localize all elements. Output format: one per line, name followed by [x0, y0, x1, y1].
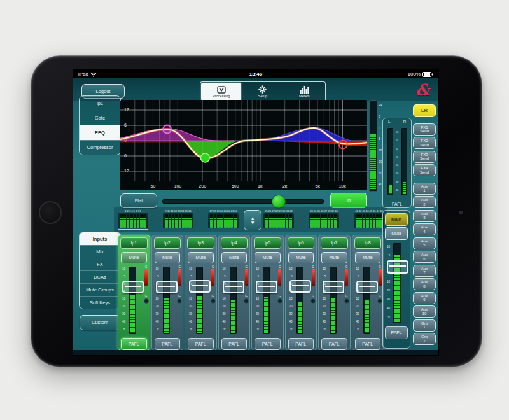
mute-button[interactable]: Mute	[254, 252, 281, 263]
pafl-button[interactable]: PAFL	[221, 338, 248, 350]
meter-bank-scroll-button[interactable]: ▲ ▼	[244, 210, 261, 230]
channel-name-button[interactable]: Ip2	[154, 237, 181, 249]
channel-name-button[interactable]: Ip1	[120, 237, 148, 249]
tab-meters[interactable]: Meters	[284, 83, 324, 101]
meter-bridge-group[interactable]: 17 18 19 20 21 22 23 24	[208, 209, 239, 230]
channel-name-button[interactable]: Ip5	[254, 237, 281, 249]
sidebar-item[interactable]: FX	[80, 258, 120, 270]
fader-track[interactable]	[363, 267, 370, 334]
sidebar-item[interactable]: PEQ	[80, 125, 120, 140]
fader-zone: 10 5 0 5 10 20 30 40 ∞ C G	[319, 265, 350, 334]
comp-label: C	[145, 265, 147, 269]
meter-bridge-group[interactable]: 41 42 43 44 45 46 47 48	[354, 209, 384, 230]
mix-select-button[interactable]: Aux 5	[413, 237, 436, 249]
pafl-button[interactable]: PAFL	[121, 338, 147, 350]
mix-select-button[interactable]: Aux 8	[413, 278, 436, 290]
mix-select-button[interactable]: FX2 Send	[413, 137, 436, 149]
main-fader-track[interactable]	[393, 243, 401, 323]
channel-name-button[interactable]: Ip3	[187, 237, 214, 249]
pafl-button[interactable]: PAFL	[188, 338, 214, 350]
fader-zone: 10 5 0 5 10 20 30 40 ∞ C G	[152, 265, 183, 334]
channel-name-button[interactable]: Ip4	[221, 237, 248, 249]
mute-button[interactable]: Mute	[155, 252, 181, 263]
gate-label: G	[344, 295, 349, 298]
meter-bridge-group[interactable]: 33 34 35 36 37 38 39 40	[309, 209, 339, 230]
mute-button[interactable]: Mute	[355, 252, 381, 263]
mix-select-button[interactable]: FX1 Send	[413, 123, 436, 136]
sidebar-item[interactable]: Compressor	[80, 140, 120, 155]
flat-button[interactable]: Flat	[120, 193, 157, 208]
mix-select-button[interactable]: Aux 7	[413, 265, 436, 277]
main-mute-button[interactable]: Mute	[385, 227, 408, 240]
sidebar-item[interactable]: Inputs	[80, 232, 120, 245]
fader-handle[interactable]	[323, 281, 344, 293]
mix-select-button[interactable]: Aux 6	[413, 251, 436, 263]
channel-strips: Ip1 Mute 10 5 0 5 10 20 30 40 ∞ C	[118, 235, 384, 351]
mix-select-button[interactable]: Aux 2	[413, 196, 436, 208]
mute-button[interactable]: Mute	[221, 252, 248, 263]
mute-button[interactable]: Mute	[188, 252, 214, 263]
home-button[interactable]	[39, 201, 62, 224]
custom-button[interactable]: Custom	[80, 315, 120, 330]
gain-slider[interactable]	[162, 199, 324, 204]
channel-strip: Ip8 Mute 10 5 0 5 10 20 30 40 ∞ C	[352, 235, 384, 351]
pafl-button[interactable]: PAFL	[355, 338, 381, 350]
mix-select-button[interactable]: FX4 Send	[413, 164, 436, 176]
fader-track[interactable]	[296, 267, 303, 334]
sidebar-item[interactable]: Mix	[80, 245, 120, 258]
fader-track[interactable]	[129, 267, 136, 334]
mix-select-button[interactable]: Aux 4	[413, 223, 436, 235]
sidebar-item[interactable]: Soft Keys	[80, 296, 120, 309]
pafl-button[interactable]: PAFL	[321, 338, 347, 350]
sidebar-item[interactable]: Ip1	[80, 96, 120, 111]
meter-bridge-group[interactable]: 9 10 11 12 13 14 15 16	[163, 209, 193, 230]
peq-in-button[interactable]: In	[330, 193, 367, 208]
fader-handle[interactable]	[256, 281, 277, 293]
main-fader-handle[interactable]	[387, 260, 408, 274]
main-select-button[interactable]: Main	[385, 213, 408, 226]
mix-select-button[interactable]: FX3 Send	[413, 151, 436, 163]
fader-handle[interactable]	[223, 281, 244, 293]
fader-track[interactable]	[230, 267, 237, 334]
mute-button[interactable]: Mute	[321, 252, 347, 263]
scroll-up-icon: ▲	[251, 216, 254, 220]
fader-handle[interactable]	[356, 281, 378, 293]
mix-select-button[interactable]: Aux 10	[413, 305, 436, 318]
fader-zone: 10 5 0 5 10 20 30 40 ∞ C G	[118, 265, 150, 334]
pafl-button[interactable]: PAFL	[254, 338, 281, 350]
tab-setup[interactable]: Setup	[242, 83, 282, 101]
pafl-button[interactable]: PAFL	[155, 338, 181, 350]
channel-name-button[interactable]: Ip7	[321, 237, 348, 249]
mix-select-button[interactable]: Aux 3	[413, 210, 436, 222]
sidebar-item[interactable]: DCAs	[80, 270, 120, 283]
eq-band1-handle[interactable]	[163, 125, 171, 134]
mix-select-button[interactable]: LR	[413, 104, 436, 117]
meter-right-label: R	[403, 120, 406, 123]
meter-bridge-group[interactable]: 1 2 3 4 5 6 7 8	[118, 209, 148, 230]
mute-button[interactable]: Mute	[121, 252, 147, 263]
channel-name-button[interactable]: Ip8	[354, 237, 382, 249]
gear-icon	[258, 85, 267, 94]
mix-select-button[interactable]: Aux 9	[413, 292, 436, 304]
pafl-button[interactable]: PAFL	[288, 338, 314, 350]
fader-track[interactable]	[330, 267, 337, 334]
fader-handle[interactable]	[189, 280, 211, 293]
fader-handle[interactable]	[289, 280, 311, 293]
fader-handle[interactable]	[156, 281, 178, 293]
mute-button[interactable]: Mute	[288, 252, 314, 263]
mix-select-button[interactable]: Aux 1	[413, 183, 436, 195]
fader-track[interactable]	[196, 267, 203, 334]
mix-select-button[interactable]: Grp 1	[413, 319, 436, 332]
peq-graph[interactable]: 12 6 0 6 12 50 100 200 500 1k 2k	[120, 100, 367, 190]
fader-track[interactable]	[263, 267, 270, 334]
main-pafl-button[interactable]: PAFL	[385, 326, 408, 339]
fader-track[interactable]	[163, 267, 170, 334]
sidebar-item[interactable]: Gate	[80, 111, 120, 125]
meter-bridge-group[interactable]: 25 26 27 28 29 30 31 32	[263, 209, 294, 230]
eq-band2-handle[interactable]	[200, 153, 209, 162]
channel-name-button[interactable]: Ip6	[288, 237, 315, 249]
sidebar-item[interactable]: Mute Groups	[80, 283, 120, 296]
fader-handle[interactable]	[122, 281, 144, 293]
tab-processing[interactable]: Processing	[201, 83, 241, 101]
mix-select-button[interactable]: Grp 2	[413, 333, 436, 345]
